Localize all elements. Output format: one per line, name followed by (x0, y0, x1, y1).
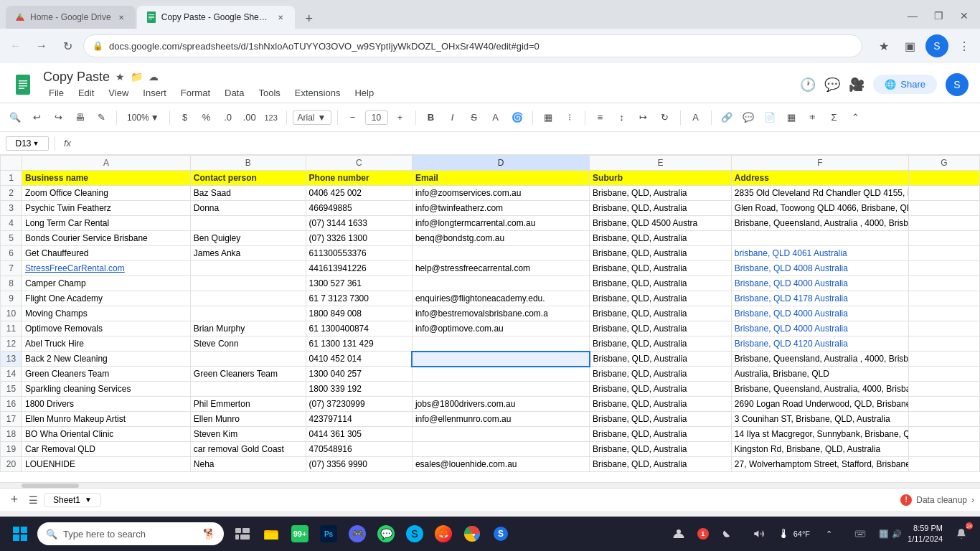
cell-d2[interactable]: info@zoomservices.com.au (412, 186, 589, 201)
menu-extensions[interactable]: Extensions (289, 86, 347, 100)
cell-b8[interactable] (190, 276, 306, 291)
cell-b1[interactable]: Contact person (190, 171, 306, 186)
cell-g20[interactable] (909, 457, 980, 472)
cell-b3[interactable]: Donna (190, 201, 306, 216)
tab-google-drive[interactable]: Home - Google Drive ✕ (6, 6, 136, 29)
print-button[interactable]: 🖶 (70, 108, 89, 127)
cell-d18[interactable] (412, 427, 589, 442)
document-title[interactable]: Copy Paste (43, 70, 110, 85)
cell-b5[interactable]: Ben Quigley (190, 231, 306, 246)
cell-b12[interactable]: Steve Conn (190, 336, 306, 352)
cell-f5[interactable] (731, 231, 908, 246)
decrease-font-size-button[interactable]: − (344, 108, 362, 127)
percent-button[interactable]: % (197, 108, 216, 127)
chrome2-button[interactable]: S (488, 521, 514, 547)
cell-d12[interactable] (412, 336, 589, 352)
cell-d16[interactable]: jobs@1800drivers.com.au (412, 397, 589, 412)
text-color-button[interactable]: A (486, 108, 505, 127)
cell-a7[interactable]: StressFreeCarRental.com (22, 261, 191, 276)
cell-a19[interactable]: Car Removal QLD (22, 442, 191, 457)
col-header-d[interactable]: D (412, 156, 589, 171)
cell-b4[interactable] (190, 216, 306, 231)
cell-f1[interactable]: Address (731, 171, 908, 186)
more-button[interactable]: ⌃ (847, 108, 865, 127)
cell-g15[interactable] (909, 382, 980, 397)
cell-d7[interactable]: help@stressfreecarrental.com (412, 261, 589, 276)
close-button[interactable]: ✕ (954, 6, 974, 26)
cell-a3[interactable]: Psychic Twin Featherz (22, 201, 191, 216)
redo-button[interactable]: ↪ (49, 108, 67, 127)
cell-f18[interactable]: 14 Ilya st Macgregor, Sunnybank, Brisban… (731, 427, 908, 442)
cell-g19[interactable] (909, 442, 980, 457)
cell-a12[interactable]: Abel Truck Hire (22, 336, 191, 352)
history-icon[interactable]: 🕐 (800, 77, 816, 93)
cell-b10[interactable] (190, 306, 306, 321)
cell-b15[interactable] (190, 382, 306, 397)
cell-c16[interactable]: (07) 37230999 (306, 397, 412, 412)
cell-f4[interactable]: Brisbane, Queensland, Australia , 4000, … (731, 216, 908, 231)
cell-b7[interactable] (190, 261, 306, 276)
cell-a2[interactable]: Zoom Office Cleaning (22, 186, 191, 201)
menu-help[interactable]: Help (349, 86, 380, 100)
cell-g14[interactable] (909, 367, 980, 382)
cell-f6[interactable]: brisbane, QLD 4061 Australia (731, 246, 908, 261)
cell-c6[interactable]: 611300553376 (306, 246, 412, 261)
tab-google-sheets[interactable]: Copy Paste - Google Sheets ✕ (137, 6, 295, 29)
cell-g4[interactable] (909, 216, 980, 231)
cell-e4[interactable]: Brisbane, QLD 4500 Austra (590, 216, 732, 231)
cell-c9[interactable]: 61 7 3123 7300 (306, 291, 412, 306)
paint-format-button[interactable]: ✎ (92, 108, 110, 127)
increase-font-size-button[interactable]: + (391, 108, 410, 127)
cell-f2[interactable]: 2835 Old Cleveland Rd Chandler QLD 4155,… (731, 186, 908, 201)
h-scroll-thumb[interactable] (22, 484, 79, 488)
cell-a18[interactable]: BO Wha Oriental Clinic (22, 427, 191, 442)
clock[interactable]: 8:59 PM 1/11/2024 (908, 523, 943, 545)
menu-view[interactable]: View (103, 86, 134, 100)
cell-reference-box[interactable]: D13 ▼ (6, 136, 49, 151)
cell-e17[interactable]: Brisbane, QLD, Australia (590, 412, 732, 427)
menu-data[interactable]: Data (219, 86, 250, 100)
italic-button[interactable]: I (443, 108, 462, 127)
cell-f16[interactable]: 2690 Logan Road Underwood, QLD, Brisbane… (731, 397, 908, 412)
skype-button[interactable]: S (402, 521, 428, 547)
people-icon[interactable] (666, 521, 692, 547)
cell-e11[interactable]: Brisbane, QLD, Australia (590, 321, 732, 336)
file-explorer-button[interactable] (258, 521, 284, 547)
horizontal-scrollbar[interactable] (0, 482, 980, 488)
cleanup-dismiss-button[interactable]: › (971, 495, 974, 505)
cell-b14[interactable]: Green Cleaners Team (190, 367, 306, 382)
cell-b16[interactable]: Phil Emmerton (190, 397, 306, 412)
cell-a20[interactable]: LOUENHIDE (22, 457, 191, 472)
share-button[interactable]: 🌐 Share (873, 75, 937, 94)
col-header-g[interactable]: G (909, 156, 980, 171)
valign-button[interactable]: ↕ (613, 108, 631, 127)
cell-b9[interactable] (190, 291, 306, 306)
cell-g16[interactable] (909, 397, 980, 412)
rotation-button[interactable]: ↻ (656, 108, 674, 127)
sidebar-button[interactable]: ▣ (900, 36, 920, 56)
cell-ref-dropdown[interactable]: ▼ (33, 140, 39, 147)
cell-f13[interactable]: Brisbane, Queensland, Australia , 4000, … (731, 352, 908, 367)
cell-c7[interactable]: 441613941226 (306, 261, 412, 276)
borders-button[interactable]: ▦ (539, 108, 557, 127)
format-number-button[interactable]: 123 (262, 108, 281, 127)
decrease-decimals-button[interactable]: .0 (219, 108, 237, 127)
cell-f17[interactable]: 3 Counihan ST, Brisbane, QLD, Australia (731, 412, 908, 427)
discord-button[interactable]: 🎮 (344, 521, 370, 547)
col-header-f[interactable]: F (731, 156, 908, 171)
cell-d13[interactable] (412, 352, 589, 367)
cell-g7[interactable] (909, 261, 980, 276)
cell-e5[interactable]: Brisbane, QLD, Australia (590, 231, 732, 246)
sheet-tab-dropdown[interactable]: ▼ (85, 496, 92, 504)
currency-button[interactable]: $ (176, 108, 194, 127)
col-header-a[interactable]: A (22, 156, 191, 171)
video-icon[interactable]: 🎥 (849, 77, 864, 93)
filter-button[interactable]: ▦ (782, 108, 801, 127)
cell-b18[interactable]: Steven Kim (190, 427, 306, 442)
minimize-button[interactable]: — (903, 6, 923, 26)
cell-b2[interactable]: Baz Saad (190, 186, 306, 201)
tab-drive-close[interactable]: ✕ (116, 11, 127, 23)
cell-e7[interactable]: Brisbane, QLD, Australia (590, 261, 732, 276)
col-header-b[interactable]: B (190, 156, 306, 171)
folder-icon[interactable]: 📁 (131, 71, 143, 83)
